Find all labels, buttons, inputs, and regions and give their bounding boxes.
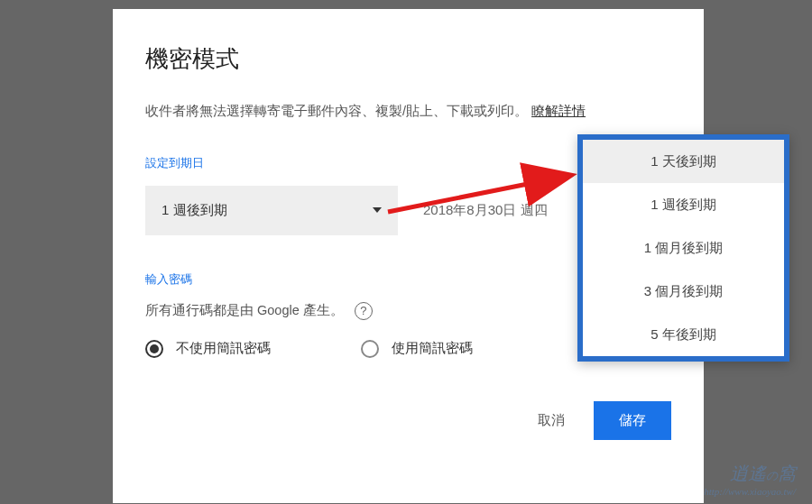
expiry-dropdown-menu: 1 天後到期 1 週後到期 1 個月後到期 3 個月後到期 5 年後到期 bbox=[577, 134, 789, 362]
dropdown-option-1-month[interactable]: 1 個月後到期 bbox=[583, 226, 784, 270]
dropdown-option-5-years[interactable]: 5 年後到期 bbox=[583, 313, 784, 356]
svg-line-1 bbox=[388, 176, 568, 212]
radio-sms-label: 使用簡訊密碼 bbox=[392, 340, 473, 357]
expiry-select[interactable]: 1 週後到期 bbox=[145, 186, 398, 235]
radio-no-sms[interactable]: 不使用簡訊密碼 bbox=[145, 340, 271, 358]
dropdown-option-1-week[interactable]: 1 週後到期 bbox=[583, 183, 784, 226]
password-description: 所有通行碼都是由 Google 產生。 bbox=[145, 302, 344, 319]
dialog-title: 機密模式 bbox=[145, 43, 671, 75]
dropdown-option-1-day[interactable]: 1 天後到期 bbox=[583, 140, 784, 183]
save-button[interactable]: 儲存 bbox=[594, 401, 671, 440]
watermark: 逍遙の窩 http://www.xiaoyao.tw/ bbox=[704, 462, 796, 497]
radio-no-sms-label: 不使用簡訊密碼 bbox=[176, 340, 271, 357]
button-row: 取消 儲存 bbox=[145, 401, 671, 440]
radio-dot-icon bbox=[150, 344, 159, 353]
dropdown-option-3-months[interactable]: 3 個月後到期 bbox=[583, 270, 784, 313]
help-icon[interactable]: ? bbox=[355, 302, 373, 320]
learn-more-link[interactable]: 瞭解詳情 bbox=[531, 104, 586, 118]
radio-button-icon bbox=[145, 340, 163, 358]
expiry-selected-value: 1 週後到期 bbox=[161, 202, 227, 219]
dialog-description: 收件者將無法選擇轉寄電子郵件內容、複製/貼上、下載或列印。 瞭解詳情 bbox=[145, 100, 671, 123]
radio-sms[interactable]: 使用簡訊密碼 bbox=[361, 340, 473, 358]
description-text: 收件者將無法選擇轉寄電子郵件內容、複製/貼上、下載或列印。 bbox=[145, 104, 528, 118]
annotation-arrow-icon bbox=[379, 162, 586, 225]
watermark-title: 逍遙の窩 bbox=[704, 462, 796, 486]
watermark-url: http://www.xiaoyao.tw/ bbox=[704, 486, 796, 497]
cancel-button[interactable]: 取消 bbox=[531, 403, 572, 438]
radio-button-icon bbox=[361, 340, 379, 358]
